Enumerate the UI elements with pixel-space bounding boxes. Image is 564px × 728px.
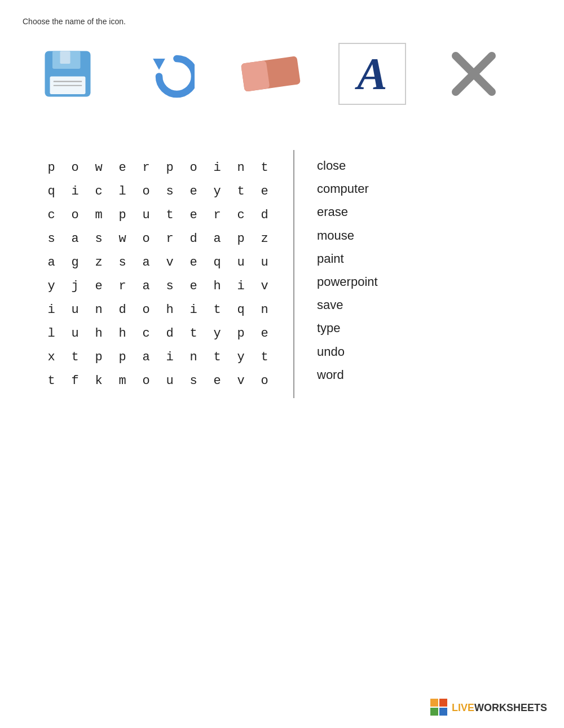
grid-cell: n <box>182 345 205 369</box>
grid-cell: o <box>182 156 205 179</box>
grid-cell: p <box>39 156 63 179</box>
grid-cell: p <box>229 321 253 345</box>
grid-cell: u <box>158 369 182 392</box>
grid-cell: l <box>39 321 63 345</box>
grid-cell: s <box>158 179 182 203</box>
font-icon-box: A <box>338 43 406 105</box>
grid-cell: d <box>253 203 276 227</box>
icons-row: A <box>23 37 541 111</box>
grid-cell: i <box>182 298 205 321</box>
grid-cell: q <box>39 179 63 203</box>
grid-cell: e <box>87 274 111 298</box>
word-list-item: paint <box>317 249 378 268</box>
save-icon-box <box>34 43 102 105</box>
grid-cell: m <box>111 369 134 392</box>
grid-cell: o <box>63 156 87 179</box>
svg-rect-14 <box>439 708 447 716</box>
close-icon-box <box>440 43 508 105</box>
grid-row: luhhcdtype <box>39 321 276 345</box>
grid-cell: n <box>87 298 111 321</box>
grid-cell: o <box>134 179 158 203</box>
grid-row: agzsavequu <box>39 250 276 274</box>
grid-cell: v <box>253 274 276 298</box>
undo-icon <box>144 48 195 99</box>
grid-cell: e <box>182 250 205 274</box>
grid-cell: r <box>111 274 134 298</box>
instruction-text: Choose the name of the icon. <box>23 17 541 26</box>
grid-cell: p <box>111 203 134 227</box>
grid-cell: f <box>63 369 87 392</box>
grid-cell: v <box>158 250 182 274</box>
grid-cell: t <box>39 369 63 392</box>
grid-cell: c <box>229 203 253 227</box>
grid-cell: a <box>134 345 158 369</box>
grid-cell: a <box>39 250 63 274</box>
grid-cell: e <box>182 179 205 203</box>
grid-row: tfkmousevo <box>39 369 276 392</box>
grid-row: yjerasehiv <box>39 274 276 298</box>
grid-cell: p <box>111 345 134 369</box>
wordsearch-section: powerpointqicloseytecomputercdsaswordapz… <box>23 144 541 404</box>
grid-cell: l <box>111 179 134 203</box>
grid-cell: t <box>229 179 253 203</box>
grid-cell: s <box>111 250 134 274</box>
word-list-item: erase <box>317 202 378 222</box>
grid-cell: r <box>205 203 229 227</box>
grid-cell: t <box>63 345 87 369</box>
grid-cell: u <box>63 321 87 345</box>
undo-icon-box <box>135 43 203 105</box>
grid-cell: s <box>158 274 182 298</box>
grid-cell: q <box>205 250 229 274</box>
word-list-item: mouse <box>317 226 378 245</box>
grid-cell: c <box>87 179 111 203</box>
grid-cell: y <box>229 345 253 369</box>
svg-marker-6 <box>153 59 165 70</box>
erase-icon <box>240 54 302 94</box>
grid-cell: h <box>87 321 111 345</box>
grid-cell: u <box>63 298 87 321</box>
grid-cell: r <box>134 156 158 179</box>
grid-cell: t <box>205 298 229 321</box>
close-icon <box>451 51 496 96</box>
save-icon <box>42 48 93 99</box>
grid-cell: u <box>253 250 276 274</box>
grid-row: computercd <box>39 203 276 227</box>
grid-cell: y <box>39 274 63 298</box>
grid-cell: t <box>158 203 182 227</box>
grid-cell: r <box>158 227 182 250</box>
grid-row: xtppaintyt <box>39 345 276 369</box>
grid-cell: e <box>182 203 205 227</box>
grid-cell: y <box>205 179 229 203</box>
branding-live: LIVE <box>452 702 474 713</box>
word-list-item: save <box>317 295 378 315</box>
grid-cell: s <box>39 227 63 250</box>
grid-cell: e <box>253 179 276 203</box>
branding-text: LIVEWORKSHEETS <box>452 702 547 714</box>
grid-cell: o <box>253 369 276 392</box>
grid-row: iundohitqn <box>39 298 276 321</box>
word-list-item: type <box>317 318 378 338</box>
grid-cell: p <box>87 345 111 369</box>
erase-icon-box <box>237 43 305 105</box>
grid-cell: e <box>111 156 134 179</box>
grid-cell: v <box>229 369 253 392</box>
grid-cell: h <box>205 274 229 298</box>
grid-cell: o <box>134 227 158 250</box>
svg-rect-13 <box>430 708 438 716</box>
word-list-item: close <box>317 156 378 175</box>
font-letter: A <box>357 48 387 100</box>
grid-cell: o <box>63 203 87 227</box>
grid-cell: e <box>253 321 276 345</box>
svg-rect-12 <box>439 699 447 707</box>
grid-cell: m <box>87 203 111 227</box>
grid-cell: z <box>87 250 111 274</box>
grid-cell: h <box>111 321 134 345</box>
grid-cell: i <box>229 274 253 298</box>
grid-cell: x <box>39 345 63 369</box>
grid-cell: t <box>205 345 229 369</box>
grid-cell: g <box>63 250 87 274</box>
grid-cell: a <box>134 274 158 298</box>
grid-cell: w <box>87 156 111 179</box>
grid-cell: n <box>229 156 253 179</box>
grid-cell: w <box>111 227 134 250</box>
